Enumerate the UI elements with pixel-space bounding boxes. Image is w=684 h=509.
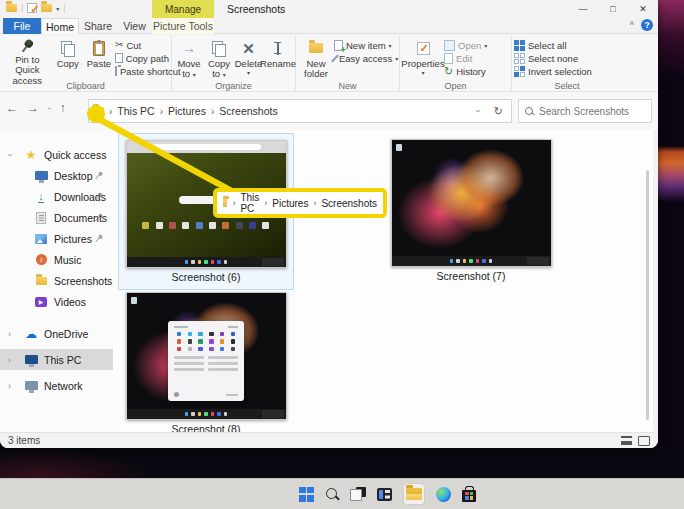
forward-button[interactable]: → [27,101,39,115]
sidebar-item-this-pc[interactable]: › This PC [0,349,113,370]
tab-home[interactable]: Home [41,18,79,34]
new-folder-icon[interactable] [41,4,52,12]
new-folder-button[interactable]: New folder [298,36,334,81]
help-icon[interactable]: ? [641,19,653,31]
maximize-button[interactable]: □ [598,0,628,18]
address-dropdown-icon[interactable]: › [472,110,482,113]
move-to-button[interactable]: → Move to ▾ [174,36,204,81]
expand-icon[interactable]: › [5,153,15,156]
start-button[interactable] [299,487,314,502]
sidebar-item-network[interactable]: › Network [0,375,113,396]
breadcrumb-pictures[interactable]: Pictures [168,105,206,117]
sidebar-item-pictures[interactable]: Pictures [0,228,113,249]
properties-icon [417,42,430,55]
sidebar-item-onedrive[interactable]: › ☁ OneDrive [0,323,113,344]
edit-button[interactable]: Edit [444,52,506,64]
new-folder-icon [309,43,323,53]
button-label: Select all [528,40,567,51]
details-view-icon[interactable] [621,436,632,445]
button-label: Delete [235,59,262,69]
cut-button[interactable]: ✂ Cut [115,39,169,51]
copy-path-button[interactable]: Copy path [115,52,169,64]
minimize-button[interactable]: — [568,0,598,18]
file-name[interactable]: Screenshot (6) [172,271,241,283]
window-title: Screenshots [227,3,285,15]
search-input[interactable] [539,106,645,117]
ribbon-group-new: New folder New item ▾ Easy access ▾ New [296,35,400,91]
history-button[interactable]: ↻ History [444,65,506,77]
widgets-button[interactable] [377,488,392,501]
close-button[interactable]: ✕ [628,0,658,18]
expand-icon[interactable]: › [8,355,11,365]
file-thumbnail[interactable] [126,292,287,420]
status-bar: 3 items [0,432,658,448]
pin-to-quick-access-button[interactable]: Pin to Quick access [2,36,53,81]
ribbon: Pin to Quick access Copy Paste ✂ Cut Cop… [0,35,658,92]
sidebar-item-music[interactable]: ♪ Music [0,249,113,270]
group-label-organize: Organize [172,81,295,91]
history-icon: ↻ [444,66,453,77]
back-button[interactable]: ← [6,101,18,115]
collapse-ribbon-icon[interactable]: ^ [630,20,634,30]
item-label: OneDrive [44,328,88,340]
sidebar-item-desktop[interactable]: Desktop [0,165,113,186]
ribbon-group-clipboard: Pin to Quick access Copy Paste ✂ Cut Cop… [0,35,172,91]
tab-share[interactable]: Share [79,18,117,34]
sidebar-item-videos[interactable]: ▶ Videos [0,291,113,312]
folder-icon [36,277,47,285]
up-button[interactable]: ↑ [60,101,66,115]
open-button[interactable]: Open ▾ [444,39,506,51]
item-label: Screenshots [54,275,112,287]
refresh-icon[interactable]: ↻ [494,105,503,118]
rename-button[interactable]: Rename [263,36,293,81]
button-label: Open [458,40,481,51]
vertical-scrollbar[interactable] [646,170,649,420]
file-name[interactable]: Screenshot (7) [437,270,506,282]
large-icons-view-icon[interactable] [638,436,650,446]
manage-contextual-header[interactable]: Manage [152,0,214,18]
paste-shortcut-button[interactable]: Paste shortcut [115,65,169,77]
paste-button[interactable]: Paste [83,36,115,81]
breadcrumb-this-pc[interactable]: This PC [117,105,154,117]
properties-button[interactable]: Properties ▾ [402,36,444,81]
folder-icon[interactable] [6,4,17,12]
edit-icon [444,53,453,64]
invert-selection-button[interactable]: Invert selection [514,65,618,77]
copy-button[interactable]: Copy [53,36,83,81]
tab-picture-tools[interactable]: Picture Tools [152,18,214,34]
store-taskbar-button[interactable] [462,487,476,502]
downloads-icon: ↓ [38,191,44,203]
quick-access-toolbar: | ▾ | [6,3,66,13]
tab-view[interactable]: View [117,18,152,34]
search-icon [525,107,533,115]
properties-icon[interactable] [27,3,37,13]
delete-button[interactable]: ✕ Delete ▾ [234,36,263,81]
new-item-button[interactable]: New item ▾ [334,39,396,51]
expand-icon[interactable]: › [8,329,11,339]
breadcrumb-screenshots[interactable]: Screenshots [219,105,277,117]
documents-icon [36,212,46,224]
file-thumbnail[interactable] [391,139,552,267]
move-to-icon: → [182,41,196,55]
file-item-screenshot-7[interactable]: Screenshot (7) [383,133,559,290]
select-all-button[interactable]: Select all [514,39,618,51]
sidebar-item-screenshots[interactable]: Screenshots [0,270,113,291]
file-item-screenshot-8[interactable]: Screenshot (8) [118,286,294,443]
edge-taskbar-button[interactable] [436,487,451,502]
file-explorer-taskbar-button[interactable] [403,483,425,505]
select-none-button[interactable]: Select none [514,52,618,64]
select-all-icon [514,40,525,51]
taskbar-search-button[interactable] [325,487,339,501]
tab-file[interactable]: File [3,18,41,34]
edge-icon [436,487,451,502]
recent-locations-icon[interactable]: › [45,107,54,110]
expand-icon[interactable]: › [8,381,11,391]
address-bar[interactable]: › This PC › Pictures › Screenshots › ↻ [88,99,512,123]
sidebar-item-documents[interactable]: Documents [0,207,113,228]
sidebar-item-downloads[interactable]: ↓ Downloads [0,186,113,207]
task-view-button[interactable] [350,487,366,501]
qat-dropdown-icon[interactable]: ▾ [56,5,59,12]
search-box[interactable] [518,99,652,123]
copy-to-button[interactable]: Copy to ▾ [204,36,234,81]
sidebar-item-quick-access[interactable]: › ★ Quick access [0,144,113,165]
